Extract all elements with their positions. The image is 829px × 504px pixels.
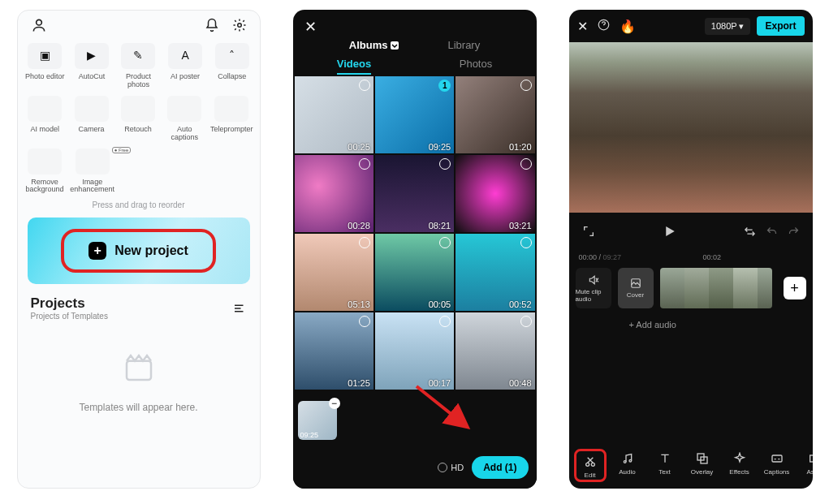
svg-rect-2: [127, 361, 151, 380]
svg-rect-12: [772, 455, 782, 462]
play-icon[interactable]: [662, 224, 676, 242]
tool-auto-captions[interactable]: Auto captions: [164, 96, 205, 142]
video-preview[interactable]: [569, 42, 813, 213]
video-thumb[interactable]: 00:48: [456, 312, 534, 390]
tool-product-photos[interactable]: ✎Product photos: [118, 43, 160, 89]
sort-icon[interactable]: [232, 301, 247, 316]
mute-clip-button[interactable]: Mute clip audio: [576, 268, 611, 308]
tool-ai-model[interactable]: AI model: [24, 96, 66, 142]
remove-selection-icon[interactable]: −: [329, 398, 340, 409]
add-clip-button[interactable]: +: [784, 277, 806, 299]
video-thumb[interactable]: 00:52: [456, 234, 534, 311]
timeline[interactable]: Mute clip audio Cover +: [569, 261, 813, 315]
close-icon[interactable]: ✕: [577, 19, 588, 34]
video-thumb[interactable]: 08:21: [375, 155, 454, 232]
redo-icon[interactable]: [788, 226, 800, 241]
clapperboard-icon: [18, 351, 260, 390]
svg-point-7: [591, 463, 594, 466]
new-project-card[interactable]: + New project: [28, 218, 250, 284]
video-thumb[interactable]: 05:13: [295, 234, 373, 311]
clip-strip[interactable]: [660, 268, 772, 308]
video-thumb[interactable]: 00:28: [295, 155, 373, 232]
tool-image-enhancement[interactable]: ● FreeImage enhancement: [70, 149, 114, 195]
video-thumb[interactable]: 00:25: [295, 76, 373, 153]
close-icon[interactable]: ✕: [304, 18, 317, 36]
projects-title: Projects: [31, 295, 108, 312]
add-audio-button[interactable]: + Add audio: [569, 315, 813, 330]
cover-button[interactable]: Cover: [618, 268, 654, 308]
undo-icon[interactable]: [766, 226, 778, 241]
resolution-picker[interactable]: 1080P ▾: [705, 18, 751, 35]
tool-teleprompter[interactable]: Teleprompter: [210, 96, 253, 142]
plus-icon: +: [89, 242, 106, 260]
svg-point-6: [585, 463, 589, 466]
svg-point-8: [624, 461, 626, 463]
tool-collapse[interactable]: ˄Collapse: [211, 43, 253, 89]
tool-ai-poster[interactable]: AAI poster: [164, 43, 206, 89]
swap-icon[interactable]: [744, 226, 756, 241]
subtab-videos[interactable]: Videos: [337, 58, 371, 75]
editor-tool-edit[interactable]: Edit: [574, 449, 607, 482]
projects-subtitle: Projects of Templates: [31, 312, 108, 321]
home-screen: ▣Photo editor▶AutoCut✎Product photosAAI …: [17, 10, 261, 489]
templates-empty-state: Templates will appear here.: [18, 321, 260, 413]
gear-icon[interactable]: [232, 18, 247, 32]
video-thumb[interactable]: 00:05: [375, 234, 454, 311]
new-project-button[interactable]: + New project: [61, 229, 216, 273]
reorder-hint: Press and drag to reorder: [18, 200, 260, 209]
time-total: 09:27: [603, 253, 622, 261]
bell-icon[interactable]: [205, 18, 219, 32]
tool-autocut[interactable]: ▶AutoCut: [71, 43, 113, 89]
time-marker: 00:02: [703, 253, 722, 261]
svg-point-0: [36, 19, 41, 25]
editor-screen: ✕ 🔥 1080P ▾ Export 00:00 / 09:27 00:02: [569, 10, 813, 489]
new-project-label: New project: [114, 243, 188, 258]
expand-icon[interactable]: [582, 225, 595, 241]
video-thumb[interactable]: 01:25: [295, 312, 373, 390]
tab-library[interactable]: Library: [447, 39, 480, 51]
editor-tool-captions[interactable]: Captions: [761, 449, 793, 482]
tool-camera[interactable]: Camera: [71, 96, 112, 142]
selection-tray: − 09:25: [298, 401, 337, 440]
tool-photo-editor[interactable]: ▣Photo editor: [24, 43, 67, 89]
svg-point-9: [629, 459, 632, 462]
export-button[interactable]: Export: [757, 16, 804, 36]
video-thumb[interactable]: 109:25: [375, 76, 454, 153]
tool-retouch[interactable]: Retouch: [117, 96, 158, 142]
subtab-photos[interactable]: Photos: [460, 58, 492, 75]
add-button[interactable]: Add (1): [472, 456, 528, 479]
editor-tool-overlay[interactable]: Overlay: [686, 449, 719, 482]
video-thumb[interactable]: 03:21: [456, 155, 534, 232]
video-thumb[interactable]: 01:20: [456, 76, 534, 153]
help-icon[interactable]: [598, 19, 610, 33]
selected-clip[interactable]: − 09:25: [298, 401, 337, 440]
svg-rect-13: [810, 455, 812, 462]
tool-remove-background[interactable]: Remove background: [24, 149, 66, 195]
video-thumb[interactable]: 00:17: [375, 312, 454, 390]
time-current: 00:00: [579, 253, 598, 261]
media-picker-screen: ✕ Albums Library Videos Photos 00:25109:…: [293, 10, 537, 489]
editor-tool-aspe[interactable]: Aspe: [798, 449, 813, 482]
tab-albums[interactable]: Albums: [349, 39, 399, 51]
flame-icon[interactable]: 🔥: [620, 19, 636, 34]
editor-tool-effects[interactable]: Effects: [723, 449, 756, 482]
svg-rect-3: [391, 41, 399, 50]
editor-tool-audio[interactable]: Audio: [611, 449, 644, 482]
editor-tool-text[interactable]: Text: [649, 449, 681, 482]
profile-icon[interactable]: [31, 17, 47, 33]
hd-toggle[interactable]: HD: [438, 463, 464, 472]
svg-point-1: [237, 24, 241, 28]
